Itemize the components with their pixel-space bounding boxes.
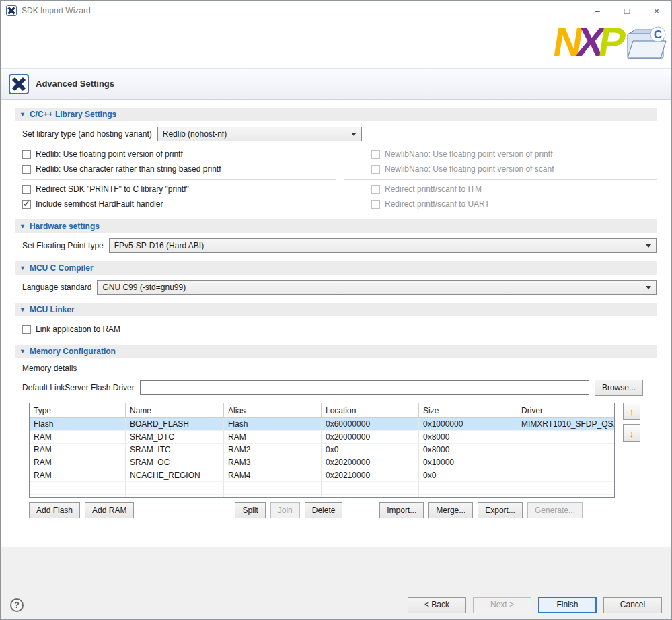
combobox-value: FPv5-SP-D16 (Hard ABI)	[114, 241, 204, 250]
checkbox-icon[interactable]	[22, 165, 31, 174]
cell-type: RAM	[30, 469, 126, 481]
browse-button[interactable]: Browse...	[595, 380, 643, 396]
maximize-button[interactable]: □	[612, 1, 642, 21]
cell-type: Flash	[30, 418, 126, 430]
add-flash-button[interactable]: Add Flash	[29, 502, 80, 518]
language-standard-combobox[interactable]: GNU C99 (-std=gnu99)	[97, 280, 657, 295]
folder-letter: C	[654, 28, 662, 41]
twistie-icon: ▼	[20, 306, 26, 313]
page-title: Advanced Settings	[36, 79, 114, 89]
table-empty-row	[30, 482, 614, 495]
add-button-group: Add Flash Add RAM	[29, 502, 134, 518]
column-header-driver[interactable]: Driver	[517, 403, 614, 417]
checkbox-link-to-ram[interactable]: Link application to RAM	[22, 322, 657, 337]
help-button[interactable]: ?	[10, 598, 24, 612]
section-title: C/C++ Library Settings	[30, 110, 116, 119]
move-down-button[interactable]: ↓	[623, 424, 640, 442]
column-header-location[interactable]: Location	[322, 403, 419, 417]
table-row-ncache-region[interactable]: RAM NCACHE_REGION RAM4 0x20210000 0x0	[30, 469, 614, 482]
close-button[interactable]: ×	[642, 1, 671, 21]
cell-alias: RAM3	[224, 456, 322, 469]
finish-button[interactable]: Finish	[538, 597, 597, 613]
checkbox-icon[interactable]	[22, 200, 31, 209]
checkbox-semihost-hardfault[interactable]: Include semihost HardFault handler	[22, 197, 371, 211]
cell-size: 0x8000	[419, 431, 517, 443]
add-ram-button[interactable]: Add RAM	[85, 502, 134, 518]
cell-location: 0x20210000	[322, 469, 419, 481]
table-row-sram-oc[interactable]: RAM SRAM_OC RAM3 0x20200000 0x10000	[30, 456, 614, 469]
column-header-type[interactable]: Type	[30, 403, 126, 417]
checkbox-label: Include semihost HardFault handler	[36, 199, 163, 209]
memory-table: Type Name Alias Location Size Driver Fla…	[29, 403, 615, 498]
cell-size: 0x10000	[419, 456, 517, 469]
section-memory-header[interactable]: ▼ Memory Configuration	[15, 345, 657, 358]
export-button[interactable]: Export...	[478, 502, 523, 518]
checkbox-redirect-uart: Redirect printf/scanf to UART	[371, 197, 657, 211]
checkbox-icon	[371, 200, 380, 209]
section-library-header[interactable]: ▼ C/C++ Library Settings	[15, 108, 657, 121]
checkbox-redirect-printf[interactable]: Redirect SDK "PRINTF" to C library "prin…	[22, 182, 371, 197]
edit-button-group: Split Join Delete	[235, 502, 342, 518]
section-title: MCU C Compiler	[30, 263, 94, 273]
next-button: Next >	[473, 597, 531, 613]
checkbox-icon	[371, 150, 380, 159]
cell-driver	[517, 431, 614, 443]
split-button[interactable]: Split	[235, 502, 265, 518]
table-row-board-flash[interactable]: Flash BOARD_FLASH Flash 0x60000000 0x100…	[30, 418, 614, 431]
cell-location: 0x60000000	[322, 418, 419, 430]
section-library-body: Set library type (and hosting variant) R…	[22, 127, 657, 211]
checkbox-icon[interactable]	[22, 150, 31, 159]
cell-type: RAM	[30, 456, 126, 469]
wizard-footer: ? < Back Next > Finish Cancel	[1, 590, 671, 619]
delete-button[interactable]: Delete	[305, 502, 343, 518]
checkbox-redirect-itm: Redirect printf/scanf to ITM	[371, 182, 657, 197]
checkbox-label: Redirect printf/scanf to ITM	[385, 184, 482, 194]
cancel-button[interactable]: Cancel	[603, 597, 662, 613]
import-button[interactable]: Import...	[379, 502, 424, 518]
arrow-up-icon: ↑	[629, 407, 634, 417]
bottom-spacer	[1, 547, 671, 590]
table-row-sram-dtc[interactable]: RAM SRAM_DTC RAM 0x20000000 0x8000	[30, 431, 614, 444]
table-row-sram-itc[interactable]: RAM SRAM_ITC RAM2 0x0 0x8000	[30, 444, 614, 456]
move-up-button[interactable]: ↑	[623, 403, 640, 420]
section-compiler-header[interactable]: ▼ MCU C Compiler	[15, 261, 657, 275]
library-type-combobox[interactable]: Redlib (nohost-nf)	[157, 127, 362, 141]
cell-alias: RAM4	[224, 469, 322, 481]
cell-size: 0x1000000	[419, 418, 517, 430]
checkbox-redlib-char-printf[interactable]: Redlib: Use character rather than string…	[22, 162, 371, 176]
fp-type-combobox[interactable]: FPv5-SP-D16 (Hard ABI)	[109, 238, 657, 253]
io-button-group: Import... Merge... Export... Generate...	[379, 502, 583, 518]
window-controls: – □ ×	[583, 1, 671, 21]
checkbox-label: NewlibNano: Use floating point version o…	[385, 149, 552, 159]
cell-name: NCACHE_REGION	[126, 469, 224, 481]
cell-driver	[517, 456, 614, 469]
flash-driver-input[interactable]	[140, 380, 589, 395]
merge-button[interactable]: Merge...	[428, 502, 473, 518]
checkbox-icon[interactable]	[22, 325, 31, 334]
column-header-name[interactable]: Name	[126, 403, 224, 417]
checkbox-redlib-float-printf[interactable]: Redlib: Use floating point version of pr…	[22, 147, 371, 162]
checkbox-label: Redirect printf/scanf to UART	[385, 199, 490, 209]
checkbox-icon[interactable]	[22, 185, 31, 194]
cell-driver	[517, 444, 614, 456]
fp-type-label: Set Floating Point type	[22, 241, 104, 250]
cell-name: BOARD_FLASH	[126, 418, 224, 430]
separator	[22, 176, 657, 182]
chevron-down-icon	[646, 244, 651, 248]
minimize-button[interactable]: –	[583, 1, 612, 21]
section-linker-header[interactable]: ▼ MCU Linker	[15, 303, 657, 316]
sdk-folder-icon: C	[624, 25, 667, 63]
cell-name: SRAM_OC	[126, 456, 224, 469]
column-header-alias[interactable]: Alias	[224, 403, 322, 417]
cell-size: 0x0	[419, 469, 517, 481]
wizard-buttons: < Back Next > Finish Cancel	[408, 597, 662, 613]
column-header-size[interactable]: Size	[419, 403, 517, 417]
table-filler-row	[30, 495, 614, 497]
back-button[interactable]: < Back	[408, 597, 466, 613]
arrow-down-icon: ↓	[629, 428, 634, 438]
section-hardware-header[interactable]: ▼ Hardware settings	[15, 219, 657, 233]
section-title: Memory Configuration	[30, 347, 116, 356]
section-hardware-body: Set Floating Point type FPv5-SP-D16 (Har…	[22, 238, 657, 253]
section-title: Hardware settings	[30, 221, 100, 231]
window-titlebar: SDK Import Wizard – □ ×	[1, 1, 671, 21]
